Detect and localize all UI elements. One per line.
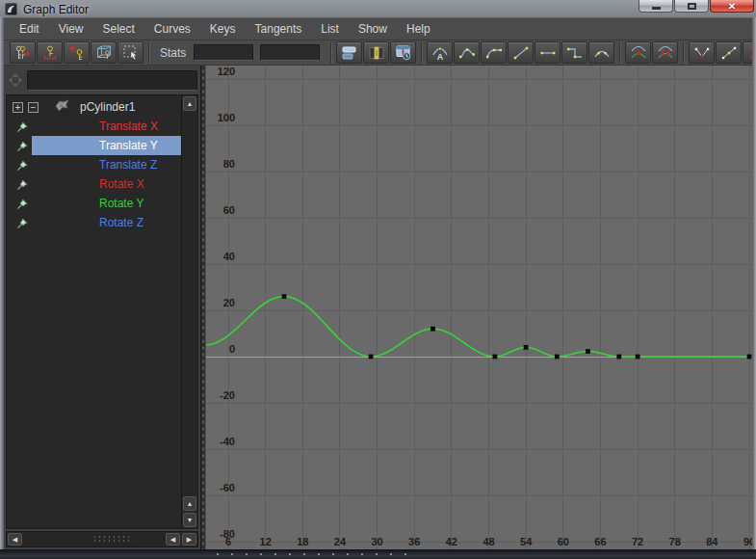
x-axis-tick-label: 12 bbox=[260, 536, 272, 547]
keyframe-marker[interactable] bbox=[616, 355, 621, 359]
keyframe-marker[interactable] bbox=[524, 345, 529, 350]
close-button[interactable]: ✕ bbox=[710, 0, 754, 13]
channel-item-translate-x[interactable]: Translate X bbox=[7, 117, 181, 136]
scroll-right-button[interactable]: ▶ bbox=[182, 533, 196, 546]
menu-item-tangents[interactable]: Tangents bbox=[246, 18, 312, 40]
break-tangents-icon bbox=[693, 44, 711, 62]
curve-svg[interactable]: -80-60-40-200204060801001206121824303642… bbox=[206, 66, 752, 549]
channel-item-translate-y[interactable]: Translate Y bbox=[7, 136, 181, 155]
keyframe-marker[interactable] bbox=[430, 327, 435, 332]
menu-item-keys[interactable]: Keys bbox=[200, 18, 246, 40]
region-select-keys-tool-button[interactable] bbox=[117, 41, 143, 64]
channel-filter-input[interactable] bbox=[27, 70, 197, 91]
frame-all-icon bbox=[341, 44, 358, 62]
menu-item-select[interactable]: Select bbox=[92, 18, 143, 40]
graph-view[interactable]: -80-60-40-200204060801001206121824303642… bbox=[206, 66, 752, 549]
spline-tangent-icon bbox=[458, 44, 476, 62]
maximize-button[interactable] bbox=[674, 0, 709, 13]
channel-item-rotate-z[interactable]: Rotate Z bbox=[7, 213, 181, 232]
keyframe-marker[interactable] bbox=[493, 355, 498, 359]
step-tangents-button[interactable] bbox=[561, 41, 587, 64]
collapse-all-icon[interactable]: − bbox=[28, 102, 39, 113]
center-current-time-button[interactable] bbox=[390, 41, 416, 64]
flat-tangent-icon bbox=[539, 44, 557, 62]
y-axis-tick-label: 20 bbox=[223, 297, 235, 308]
keyframe-marker[interactable] bbox=[369, 355, 374, 359]
menu-item-edit[interactable]: Edit bbox=[10, 18, 49, 40]
scroll-up-button[interactable]: ▲ bbox=[183, 96, 196, 111]
x-axis-tick-label: 48 bbox=[482, 536, 494, 547]
toolbar-separator bbox=[421, 42, 423, 64]
flat-tangents-button[interactable] bbox=[534, 41, 560, 64]
frame-playback-range-button[interactable] bbox=[363, 41, 389, 64]
channel-label: Rotate Y bbox=[99, 197, 143, 210]
toolbar-separator bbox=[330, 42, 332, 64]
region-select-icon bbox=[122, 44, 140, 62]
scroll-track[interactable] bbox=[23, 533, 165, 546]
title-bar[interactable]: Graph Editor ✕ bbox=[0, 0, 756, 17]
expand-all-icon[interactable]: + bbox=[13, 102, 23, 113]
plateau-tangents-button[interactable] bbox=[588, 41, 614, 64]
keyframe-marker[interactable] bbox=[747, 355, 752, 359]
close-icon: ✕ bbox=[728, 1, 736, 12]
toolbar-separator bbox=[148, 42, 150, 64]
unify-tangents-button[interactable] bbox=[716, 41, 742, 64]
spline-tangents-button[interactable] bbox=[454, 41, 480, 64]
y-axis-tick-label: -20 bbox=[220, 389, 235, 401]
x-axis-tick-label: 18 bbox=[297, 536, 308, 547]
outliner-vertical-scrollbar[interactable]: ▲ ▲ ▼ bbox=[181, 95, 197, 528]
minimize-button[interactable] bbox=[639, 0, 673, 13]
insert-keys-icon bbox=[41, 44, 59, 62]
menu-item-list[interactable]: List bbox=[311, 18, 349, 40]
auto-tangent-icon: A bbox=[431, 44, 449, 62]
buffer-curve-snapshot-button[interactable] bbox=[625, 41, 651, 64]
outliner-horizontal-scrollbar[interactable]: ◀ ◀ ▶ bbox=[6, 531, 198, 547]
channel-item-rotate-y[interactable]: Rotate Y bbox=[7, 194, 181, 213]
stats-value-field[interactable] bbox=[260, 44, 320, 61]
lattice-deform-keys-tool-button[interactable] bbox=[91, 41, 117, 64]
x-axis-tick-label: 84 bbox=[706, 536, 718, 547]
scroll-up-button[interactable]: ▲ bbox=[183, 496, 196, 511]
scroll-track[interactable] bbox=[182, 112, 197, 495]
scroll-down-button[interactable]: ▼ bbox=[183, 513, 196, 527]
add-keys-tool-button[interactable] bbox=[64, 41, 90, 64]
scroll-left-button[interactable]: ◀ bbox=[166, 533, 180, 546]
scroll-left-button[interactable]: ◀ bbox=[8, 533, 22, 546]
move-nearest-picked-key-tool-button[interactable] bbox=[10, 41, 36, 64]
keyframe-marker[interactable] bbox=[555, 355, 560, 359]
stats-time-field[interactable] bbox=[194, 44, 253, 61]
outliner-display-icon[interactable] bbox=[7, 71, 24, 89]
toolbar-separator bbox=[619, 42, 621, 64]
menu-item-view[interactable]: View bbox=[49, 18, 93, 40]
keyframe-marker[interactable] bbox=[586, 349, 590, 354]
x-axis-tick-label: 30 bbox=[371, 536, 382, 547]
graph-background bbox=[206, 66, 752, 549]
menu-item-curves[interactable]: Curves bbox=[144, 18, 200, 40]
menu-item-show[interactable]: Show bbox=[349, 18, 397, 40]
maximize-icon bbox=[688, 3, 696, 10]
auto-tangents-button[interactable]: A bbox=[427, 41, 453, 64]
swap-buffer-curves-button[interactable] bbox=[652, 41, 678, 64]
scroll-grip[interactable] bbox=[92, 535, 133, 544]
keyframe-marker[interactable] bbox=[282, 294, 287, 299]
y-axis-tick-label: -60 bbox=[220, 482, 235, 493]
toolbar-separator bbox=[683, 42, 685, 64]
menu-bar: EditViewSelectCurvesKeysTangentsListShow… bbox=[4, 17, 752, 40]
menu-item-help[interactable]: Help bbox=[397, 18, 440, 40]
break-tangents-button[interactable] bbox=[689, 41, 715, 64]
center-time-icon bbox=[395, 44, 412, 62]
clamped-tangents-button[interactable] bbox=[481, 41, 507, 64]
clamped-tangent-icon bbox=[485, 44, 503, 62]
x-axis-tick-label: 42 bbox=[446, 536, 457, 547]
insert-keys-tool-button[interactable] bbox=[37, 41, 63, 64]
channel-item-rotate-x[interactable]: Rotate X bbox=[7, 174, 181, 194]
plateau-tangent-icon bbox=[593, 44, 611, 62]
linear-tangents-button[interactable] bbox=[508, 41, 534, 64]
channel-item-translate-z[interactable]: Translate Z bbox=[7, 155, 181, 174]
tree-node-pcylinder1[interactable]: + − pCylinder1 bbox=[7, 97, 181, 117]
x-axis-tick-label: 78 bbox=[669, 536, 681, 547]
frame-all-button[interactable] bbox=[336, 41, 362, 64]
channel-list: Translate XTranslate YTranslate ZRotate … bbox=[7, 117, 181, 232]
keyframe-marker[interactable] bbox=[636, 355, 640, 359]
resize-grip[interactable] bbox=[217, 553, 414, 555]
